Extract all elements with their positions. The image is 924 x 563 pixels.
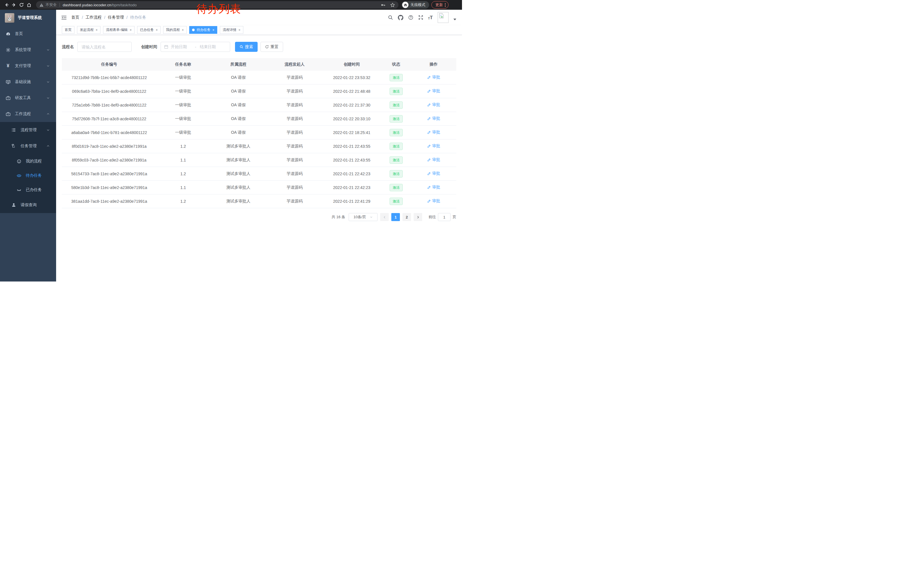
date-range-picker[interactable]: 开始日期 - 结束日期 [160,42,230,52]
password-key-icon[interactable] [381,3,386,8]
sidebar-item-devtools[interactable]: 研发工具 [0,90,56,106]
url-text[interactable]: dashboard.yudao.iocoder.cn/bpm/task/todo [63,3,136,7]
sidebar-item-done-tasks[interactable]: 已办任务 [0,183,56,197]
close-icon[interactable]: × [212,28,214,32]
sidebar-item-task-management[interactable]: 任务管理 [0,138,56,154]
sidebar-item-todo-tasks[interactable]: 待办任务 [0,168,56,183]
tab-home[interactable]: 首页 [62,26,74,34]
cell-process: 测试多审批人 [210,185,267,190]
breadcrumb-task-management[interactable]: 任务管理 [108,15,124,20]
cell-create-time: 2022-01-21 22:43:55 [322,144,381,149]
calendar-icon [164,45,168,49]
cell-starter: 芋道源码 [267,116,322,122]
pagination: 共 16 条 10条/页 1 2 前往 页 [62,213,456,221]
fullscreen-icon[interactable] [418,15,423,20]
close-icon[interactable]: × [156,28,158,32]
incognito-label: 无痕模式 [411,2,425,8]
close-icon[interactable]: × [182,28,184,32]
tab-process-detail[interactable]: 流程详情× [220,26,243,34]
next-page-button[interactable] [414,213,422,221]
tab-done-tasks[interactable]: 已办任务× [137,26,160,34]
app-logo-row[interactable]: 🐰 芋道管理系统 [0,10,56,26]
sidebar-item-infra[interactable]: 基础设施 [0,74,56,90]
table-row: 58154733-7ac8-11ec-a9e2-a2380e71991a 1.2… [62,167,456,181]
cell-task-name: 一级审批 [157,130,210,135]
search-button[interactable]: 搜索 [235,42,258,52]
approve-button[interactable]: 审批 [427,130,440,135]
breadcrumb-workflow[interactable]: 工作流程 [86,15,102,20]
cell-task-name: 一级审批 [157,75,210,80]
breadcrumb-home[interactable]: 首页 [71,15,79,20]
cell-status: 激活 [381,184,411,191]
chevron-down-icon [46,48,50,51]
approve-button[interactable]: 审批 [427,157,440,162]
status-badge: 激活 [390,101,403,109]
sidebar-item-payment[interactable]: ¥ 支付管理 [0,58,56,74]
prev-page-button[interactable] [380,213,389,221]
sidebar-item-workflow[interactable]: 工作流程 [0,106,56,122]
approve-button[interactable]: 审批 [427,116,440,121]
cell-status: 激活 [381,143,411,150]
approve-button[interactable]: 审批 [427,198,440,204]
sidebar-item-my-process[interactable]: 我的流程 [0,154,56,168]
close-icon[interactable]: × [238,28,240,32]
help-icon[interactable] [408,15,413,20]
page-content: 流程名 创建时间 开始日期 - 结束日期 搜索 [56,35,462,281]
cell-actions: 审批 [411,157,456,163]
reset-button[interactable]: 重置 [261,42,283,52]
column-header: 任务名称 [157,62,210,67]
close-icon[interactable]: × [96,28,98,32]
tab-my-process[interactable]: 我的流程× [163,26,187,34]
approve-button[interactable]: 审批 [427,144,440,149]
cell-task-name: 一级审批 [157,102,210,108]
user-avatar[interactable] [438,12,448,23]
search-icon[interactable] [388,15,393,20]
goto-page-input[interactable] [438,213,450,221]
close-icon[interactable]: × [130,28,132,32]
browser-forward-button[interactable] [10,1,18,9]
browser-back-button[interactable] [3,1,10,9]
edit-pencil-icon [427,144,431,148]
browser-home-button[interactable] [25,1,33,9]
bookmark-star-icon[interactable] [390,3,395,8]
security-label[interactable]: 不安全 [45,2,57,8]
todo-task-table: 任务编号 任务名称 所属流程 流程发起人 创建时间 状态 操作 73211d9d… [62,58,456,208]
security-warning-icon[interactable] [39,3,44,7]
cell-starter: 芋道源码 [267,171,322,176]
sidebar-item-leave-query[interactable]: 请假查询 [0,197,56,213]
cell-task-name: 1.2 [157,199,210,204]
sidebar-item-label: 我的流程 [26,159,42,164]
approve-button[interactable]: 审批 [427,185,440,190]
github-icon[interactable] [398,15,404,20]
tab-process-form-edit[interactable]: 流程表单-编辑× [103,26,135,34]
sidebar-item-process-management[interactable]: 流程管理 [0,122,56,138]
sidebar-item-home[interactable]: 首页 [0,26,56,42]
approve-button[interactable]: 审批 [427,171,440,176]
process-name-input[interactable] [77,42,132,52]
approve-button[interactable]: 审批 [427,89,440,94]
page-size-select[interactable]: 10条/页 [349,213,378,221]
start-date-placeholder[interactable]: 开始日期 [171,44,194,50]
page-button-2[interactable]: 2 [402,213,411,221]
browser-update-button[interactable]: 更新 [431,1,448,9]
approve-button[interactable]: 审批 [427,75,440,80]
browser-reload-button[interactable] [18,1,25,9]
cell-starter: 芋道源码 [267,75,322,80]
page-button-1[interactable]: 1 [391,213,400,221]
tab-start-process[interactable]: 发起流程× [77,26,100,34]
column-header: 所属流程 [210,62,267,67]
cell-task-id: 725a1eb6-7b88-11ec-8ef0-acde48001122 [62,103,157,107]
font-size-icon[interactable]: TT [428,15,433,20]
avatar-dropdown-caret-icon[interactable] [453,19,456,20]
cell-actions: 审批 [411,185,456,190]
approve-button[interactable]: 审批 [427,102,440,107]
cell-status: 激活 [381,170,411,177]
browser-menu-icon[interactable] [445,3,446,7]
cell-task-name: 1.1 [157,158,210,162]
sidebar-collapse-icon[interactable] [61,14,67,21]
tab-todo-tasks[interactable]: 待办任务× [189,26,217,34]
sidebar-item-system[interactable]: 系统管理 [0,42,56,58]
cell-process: OA 请假 [210,116,267,122]
end-date-placeholder[interactable]: 结束日期 [200,44,223,50]
status-badge: 激活 [390,143,403,150]
